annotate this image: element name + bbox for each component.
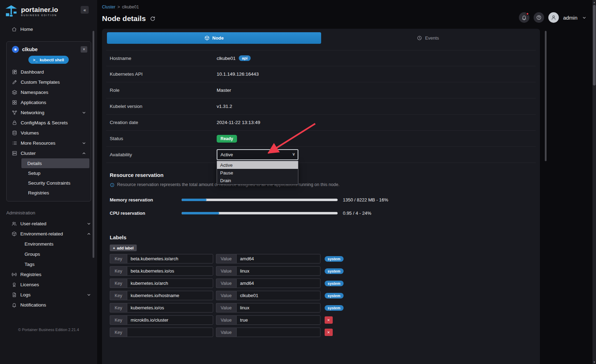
edit-icon [12, 80, 17, 85]
row-label: Kubernetes API [110, 71, 217, 77]
sidebar-item-home[interactable]: Home [0, 24, 97, 34]
value-prefix: Value [216, 279, 236, 288]
dropdown-option-drain[interactable]: Drain [217, 177, 298, 184]
sidebar-item-networking[interactable]: Networking [7, 108, 90, 118]
label-value-input[interactable] [236, 266, 320, 276]
sidebar-item-label: Home [20, 27, 33, 32]
label-key-input[interactable] [127, 328, 213, 337]
label-value-input[interactable] [236, 291, 320, 300]
sidebar-item-configmaps-secrets[interactable]: ConfigMaps & Secrets [7, 118, 90, 128]
value-prefix: Value [216, 266, 236, 276]
table-row-creation-date: Creation date 2024-11-22 13:13:49 [106, 115, 536, 131]
add-label-button[interactable]: + add label [110, 245, 137, 251]
remove-label-button[interactable]: × [325, 316, 333, 324]
info-icon [110, 183, 115, 187]
sidebar-item-tags[interactable]: Tags [0, 259, 97, 269]
sidebar-nav: Home ✱ clkube × >_ kubectl shell Dashboa… [0, 24, 97, 309]
label-key-input[interactable] [127, 254, 213, 263]
page-scrollbar-thumb[interactable] [593, 5, 596, 85]
dropdown-option-pause[interactable]: Pause [217, 169, 298, 177]
label-key-input[interactable] [127, 266, 213, 276]
table-row-status: Status Ready [106, 131, 536, 147]
remove-label-button[interactable]: × [325, 329, 333, 336]
label-row: Key Value system [110, 254, 536, 263]
label-key-input[interactable] [127, 291, 213, 300]
label-value-input[interactable] [236, 279, 320, 288]
bell-icon [521, 15, 527, 20]
row-label: Availability [110, 152, 217, 157]
sidebar-item-volumes[interactable]: Volumes [7, 128, 90, 138]
scroll-up-arrow[interactable]: ▲ [593, 0, 596, 4]
sidebar-item-cluster-registries[interactable]: Registries [8, 188, 89, 198]
notifications-button[interactable] [519, 12, 529, 23]
label-key-input[interactable] [127, 303, 213, 313]
bell-icon [12, 302, 17, 308]
row-label: Creation date [110, 120, 217, 125]
tab-events[interactable]: Events [321, 32, 535, 44]
header-actions: admin [519, 12, 587, 23]
main-content: Cluster>clkube01 Node details admin [97, 0, 596, 364]
kubectl-shell-button[interactable]: >_ kubectl shell [28, 56, 69, 64]
availability-select[interactable]: Active Pause Drain [217, 149, 298, 160]
sidebar-item-registries[interactable]: Registries [0, 269, 97, 280]
close-environment-button[interactable]: × [81, 46, 87, 53]
user-menu-name[interactable]: admin [563, 15, 577, 21]
clock-icon [417, 35, 422, 41]
sidebar-item-licenses[interactable]: Licenses [0, 280, 97, 290]
sidebar-item-groups[interactable]: Groups [0, 249, 97, 259]
sidebar-item-dashboard[interactable]: Dashboard [7, 67, 90, 77]
environment-header: ✱ clkube × [7, 44, 90, 55]
page-scrollbar[interactable]: ▲ ▼ [592, 0, 596, 364]
chevron-down-icon[interactable] [582, 15, 587, 20]
node-detail-table: Hostname clkube01 api Kubernetes API 10.… [106, 50, 536, 163]
label-value-input[interactable] [236, 303, 320, 313]
memory-progress-fill [182, 199, 206, 201]
node-details-card: Node Events Hostname clkube01 api Kubern… [102, 29, 540, 364]
award-icon [12, 282, 17, 287]
logo-title: portainer.io [21, 6, 58, 13]
help-button[interactable] [534, 12, 544, 23]
sidebar-item-cluster-setup[interactable]: Setup [8, 168, 89, 178]
system-badge: system [325, 281, 344, 286]
sidebar-item-security-constraints[interactable]: Security Constraints [8, 178, 89, 188]
cube-icon [12, 231, 17, 236]
label-value-input[interactable] [236, 315, 320, 325]
scroll-down-arrow[interactable]: ▼ [593, 360, 596, 364]
sidebar: portainer.io BUSINESS EDITION « Home ✱ c… [0, 0, 97, 364]
label-key-input[interactable] [127, 279, 213, 288]
breadcrumb-cluster-link[interactable]: Cluster [102, 5, 115, 9]
cpu-progress-bar [182, 212, 338, 214]
sidebar-item-notifications[interactable]: Notifications [0, 300, 97, 309]
sidebar-item-cluster[interactable]: Cluster [7, 148, 90, 158]
value-prefix: Value [216, 315, 236, 325]
label-key-input[interactable] [127, 315, 213, 325]
sidebar-item-environments[interactable]: Environments [0, 239, 97, 249]
breadcrumb: Cluster>clkube01 [102, 5, 156, 9]
content-scrollbar[interactable] [545, 31, 547, 161]
sidebar-item-environment-related[interactable]: Environment-related [0, 229, 97, 239]
label-row: Key Value system [110, 279, 536, 288]
sidebar-item-user-related[interactable]: User-related [0, 219, 97, 229]
sidebar-scrollbar[interactable] [93, 31, 94, 258]
network-icon [12, 110, 17, 115]
refresh-icon[interactable] [150, 16, 156, 22]
status-badge: Ready [217, 135, 237, 143]
dropdown-option-active[interactable]: Active [217, 161, 298, 169]
sidebar-item-cluster-details[interactable]: Details [21, 158, 89, 168]
sidebar-item-custom-templates[interactable]: Custom Templates [7, 77, 90, 87]
sidebar-item-applications[interactable]: Applications [7, 97, 90, 108]
label-row: Key Value system [110, 291, 536, 300]
card-tabs: Node Events [107, 32, 535, 44]
tab-node[interactable]: Node [107, 32, 321, 44]
label-row-partial: Key Value × [110, 328, 536, 337]
sidebar-collapse-button[interactable]: « [81, 6, 89, 14]
layers-icon [12, 90, 17, 95]
label-value-input[interactable] [236, 328, 320, 337]
chevron-down-icon [86, 221, 92, 226]
label-value-input[interactable] [236, 254, 320, 263]
sidebar-item-namespaces[interactable]: Namespaces [7, 87, 90, 97]
user-avatar[interactable] [548, 12, 559, 23]
sidebar-item-more-resources[interactable]: More Resources [7, 138, 90, 148]
api-badge: api [239, 55, 251, 61]
sidebar-item-logs[interactable]: Logs [0, 290, 97, 300]
